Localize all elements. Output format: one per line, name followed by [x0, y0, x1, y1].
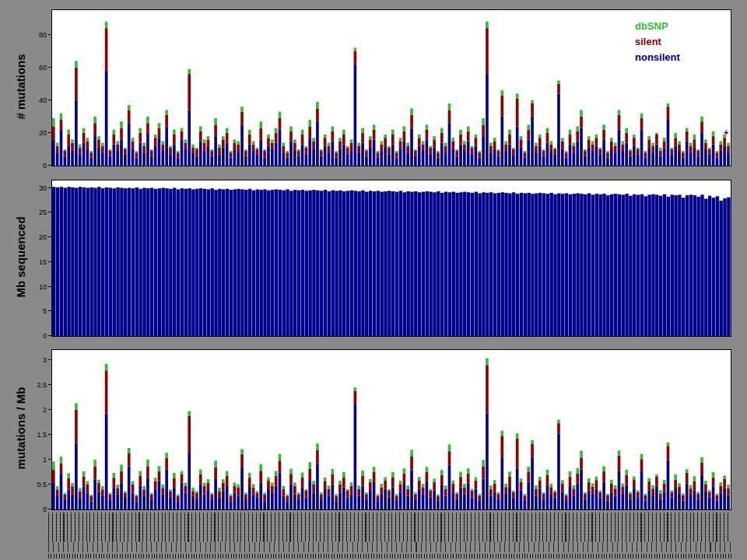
y-tick-mark — [48, 261, 51, 262]
legend-item-nonsilent: nonsilent — [635, 50, 680, 65]
x-axis-sample-labels — [48, 513, 731, 558]
y-tick-mark — [48, 459, 51, 460]
mb-sequenced-panel: 051015202530 — [51, 180, 730, 337]
y-tick-label: 0 — [22, 331, 47, 341]
y-tick-label: 20 — [22, 233, 47, 242]
y-tick-mark — [48, 434, 51, 435]
mutations-panel: dbSNP silent nonsilent + 020406080 — [51, 9, 730, 166]
y-tick-label: 25 — [22, 208, 47, 217]
y-tick-mark — [48, 100, 51, 100]
y-tick-label: 15 — [22, 257, 47, 267]
right-axis-marker: + — [724, 128, 728, 137]
y-tick-label: 1.5 — [22, 430, 47, 439]
mutation-rate-figure: # mutations Mb sequenced mutations / Mb … — [0, 0, 747, 560]
mb-sequenced-bar-chart — [51, 180, 731, 337]
y-tick-label: 80 — [22, 30, 47, 40]
y-tick-label: 30 — [22, 184, 47, 193]
sample-label-smear-row3 — [48, 554, 731, 558]
legend-item-silent: silent — [635, 34, 680, 50]
sample-label-smear-row1 — [48, 513, 731, 542]
y-tick-label: 60 — [22, 63, 47, 72]
y-tick-label: 10 — [22, 282, 47, 292]
y-tick-mark — [48, 286, 51, 287]
mutations-per-mb-bar-chart — [51, 349, 731, 510]
y-tick-mark — [48, 359, 51, 360]
y-tick-mark — [48, 310, 51, 311]
y-tick-label: 40 — [22, 96, 47, 105]
y-tick-mark — [48, 409, 51, 410]
y-tick-mark — [48, 132, 51, 133]
y-tick-mark — [48, 335, 51, 336]
y-tick-mark — [48, 236, 51, 237]
mutations-per-mb-panel: 00.511.522.53 — [51, 349, 730, 510]
y-tick-mark — [48, 484, 51, 485]
y-tick-mark — [48, 212, 51, 212]
y-tick-mark — [48, 384, 51, 385]
y-tick-mark — [48, 187, 51, 188]
y-tick-mark — [48, 34, 51, 35]
mutations-bar-chart — [51, 9, 731, 166]
y-tick-label: 2.5 — [22, 380, 47, 390]
y-axis-title-mutations: # mutations — [14, 2, 27, 173]
y-tick-label: 2 — [22, 405, 47, 415]
y-tick-label: 5 — [22, 306, 47, 316]
y-tick-label: 20 — [22, 128, 47, 138]
y-tick-label: 0 — [22, 505, 47, 514]
sample-label-smear-row2 — [48, 542, 731, 552]
y-tick-label: 3 — [22, 355, 47, 365]
y-tick-label: 1 — [22, 455, 47, 464]
y-tick-mark — [48, 165, 51, 166]
y-tick-label: 0.5 — [22, 480, 47, 489]
y-tick-mark — [48, 509, 51, 509]
legend: dbSNP silent nonsilent — [635, 19, 680, 65]
legend-item-dbsnp: dbSNP — [635, 19, 680, 34]
y-tick-mark — [48, 67, 51, 68]
y-tick-label: 0 — [22, 161, 47, 170]
